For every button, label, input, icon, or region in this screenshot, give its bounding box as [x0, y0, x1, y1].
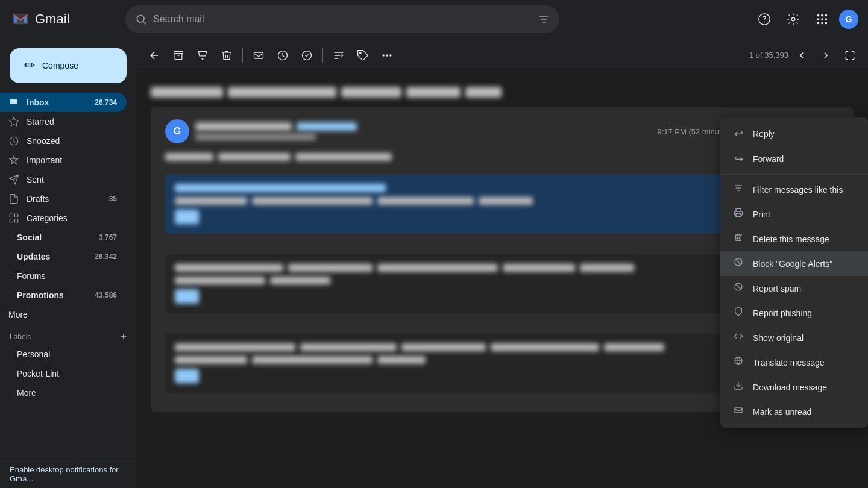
sidebar-item-important[interactable]: Important — [0, 151, 127, 170]
content-b3-badge — [175, 369, 199, 383]
drafts-icon — [8, 193, 19, 204]
svg-rect-20 — [15, 219, 18, 222]
content-b3-2 — [300, 343, 397, 351]
archive-icon — [172, 49, 184, 61]
chevron-left-icon — [796, 50, 807, 61]
content-word — [295, 153, 392, 161]
back-button[interactable] — [143, 45, 165, 66]
ctx-spam-label: Report spam — [753, 284, 801, 293]
gmail-logo-icon — [10, 8, 31, 30]
move-icon — [333, 49, 345, 61]
highlight-badge — [175, 210, 199, 224]
next-email-button[interactable] — [815, 45, 837, 66]
ctx-delete[interactable]: Delete this message — [720, 227, 868, 251]
sidebar-item-forums[interactable]: Forums — [0, 266, 127, 286]
ctx-forward[interactable]: ↪ Forward — [720, 146, 868, 172]
content-b3-3 — [401, 343, 486, 351]
sidebar-item-promotions[interactable]: Promotions 43,586 — [0, 286, 127, 305]
top-bar: Gmail G — [0, 0, 868, 39]
more-actions-button[interactable] — [376, 45, 398, 66]
add-label-button[interactable]: + — [120, 331, 127, 342]
sidebar-item-pocket-lint[interactable]: Pocket-Lint — [0, 364, 127, 383]
archive-button[interactable] — [168, 45, 189, 66]
notification-text: Enable desktop notifications for Gma... — [10, 465, 119, 483]
sidebar-item-label-snoozed: Snoozed — [27, 136, 60, 146]
search-filter-icon[interactable] — [538, 13, 550, 25]
apps-button[interactable] — [810, 7, 834, 31]
ctx-block[interactable]: Block "Google Alerts" — [720, 251, 868, 276]
svg-rect-19 — [10, 219, 13, 222]
svg-point-27 — [383, 54, 385, 56]
chevron-right-icon — [820, 50, 831, 61]
task-button[interactable] — [296, 45, 318, 66]
report-button[interactable] — [192, 45, 213, 66]
ctx-spam[interactable]: Report spam — [720, 276, 868, 301]
svg-point-6 — [791, 17, 795, 21]
ctx-unread[interactable]: Mark as unread — [720, 399, 868, 424]
expand-button[interactable] — [839, 45, 861, 66]
mark-unread-icon — [253, 49, 265, 61]
svg-line-43 — [735, 284, 741, 289]
sidebar-item-starred[interactable]: Starred — [0, 112, 127, 131]
sidebar-item-inbox[interactable]: Inbox 26,734 — [0, 93, 127, 112]
content-b3-1 — [175, 343, 295, 351]
search-input[interactable] — [153, 14, 532, 25]
sidebar-item-more2[interactable]: More — [0, 383, 127, 402]
prev-email-button[interactable] — [791, 45, 813, 66]
ctx-download[interactable]: Download message — [720, 375, 868, 399]
help-button[interactable] — [752, 7, 776, 31]
gmail-logo-text: Gmail — [35, 11, 69, 27]
svg-line-41 — [735, 259, 741, 264]
compose-icon: ✏ — [24, 58, 35, 74]
sidebar-item-categories[interactable]: Categories — [0, 208, 127, 228]
content-b2-5 — [580, 264, 634, 272]
highlight-text-5 — [479, 197, 533, 205]
content-b2-4 — [503, 264, 575, 272]
move-button[interactable] — [328, 45, 350, 66]
label-icon — [357, 49, 369, 61]
top-bar-right: G — [752, 7, 858, 31]
sidebar-item-social[interactable]: Social 3,767 — [0, 228, 127, 247]
compose-button[interactable]: ✏ Compose — [10, 48, 127, 83]
ctx-divider-1 — [720, 174, 868, 175]
svg-point-11 — [821, 18, 823, 20]
highlight-text-4 — [377, 197, 474, 205]
settings-button[interactable] — [781, 7, 805, 31]
sidebar: ✏ Compose Inbox 26,734 Starred Snoozed I… — [0, 39, 136, 488]
ctx-print[interactable]: Print — [720, 202, 868, 227]
important-icon — [8, 155, 19, 166]
ctx-translate[interactable]: Translate message — [720, 350, 868, 375]
delete-icon — [221, 49, 233, 61]
sidebar-item-label-forums: Forums — [17, 271, 45, 281]
sidebar-item-updates[interactable]: Updates 26,342 — [0, 247, 127, 266]
ctx-original[interactable]: Show original — [720, 325, 868, 350]
label-button[interactable] — [352, 45, 374, 66]
sidebar-item-sent[interactable]: Sent — [0, 170, 127, 189]
user-avatar[interactable]: G — [839, 10, 858, 29]
notification-bar[interactable]: Enable desktop notifications for Gma... — [0, 460, 136, 488]
expand-icon — [844, 50, 855, 61]
search-bar[interactable] — [125, 5, 559, 33]
subject-word-1 — [151, 87, 223, 98]
ctx-phishing[interactable]: Report phishing — [720, 301, 868, 325]
apps-icon — [816, 13, 829, 26]
content-b3-7 — [252, 356, 373, 364]
sidebar-item-more1[interactable]: More — [0, 305, 127, 324]
svg-point-14 — [821, 22, 823, 25]
inbox-icon — [8, 97, 19, 108]
mark-unread-button[interactable] — [248, 45, 269, 66]
sidebar-item-snoozed[interactable]: Snoozed — [0, 131, 127, 151]
ctx-reply[interactable]: ↩ Reply — [720, 121, 868, 146]
ctx-filter[interactable]: Filter messages like this — [720, 177, 868, 202]
delete-button[interactable] — [216, 45, 237, 66]
sidebar-item-drafts[interactable]: Drafts 35 — [0, 189, 127, 208]
ctx-forward-label: Forward — [753, 154, 784, 164]
svg-rect-39 — [736, 213, 741, 216]
sender-tag — [297, 122, 357, 131]
svg-point-13 — [817, 22, 820, 25]
snooze-button[interactable] — [272, 45, 294, 66]
sidebar-item-personal[interactable]: Personal — [0, 345, 127, 364]
sidebar-badge-promotions: 43,586 — [95, 291, 117, 299]
content-b2-6 — [175, 277, 265, 284]
content-b3-6 — [175, 356, 247, 364]
